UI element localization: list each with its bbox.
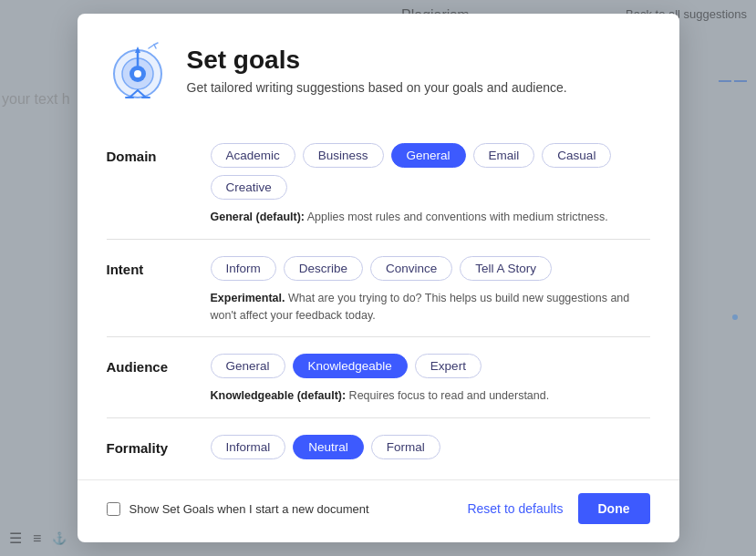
modal-subtitle: Get tailored writing suggestions based o… bbox=[187, 80, 567, 95]
modal-header: Set goals Get tailored writing suggestio… bbox=[78, 14, 679, 119]
audience-knowledgeable[interactable]: Knowledgeable bbox=[293, 354, 408, 378]
domain-business[interactable]: Business bbox=[303, 143, 384, 168]
domain-description: General (default): Applies most rules an… bbox=[211, 209, 650, 226]
domain-email[interactable]: Email bbox=[473, 143, 535, 168]
intent-pills: Inform Describe Convince Tell A Story bbox=[211, 256, 650, 281]
domain-pills: Academic Business General Email Casual C… bbox=[211, 143, 650, 200]
domain-section: Domain Academic Business General Email C… bbox=[107, 127, 650, 240]
formality-neutral[interactable]: Neutral bbox=[293, 435, 364, 459]
intent-desc-bold: Experimental. bbox=[211, 292, 285, 304]
domain-row: Domain Academic Business General Email C… bbox=[107, 143, 650, 226]
domain-casual[interactable]: Casual bbox=[542, 143, 611, 168]
reset-button[interactable]: Reset to defaults bbox=[467, 501, 563, 516]
modal-body: Domain Academic Business General Email C… bbox=[78, 119, 679, 479]
modal-footer: Show Set Goals when I start a new docume… bbox=[78, 479, 679, 542]
intent-convince[interactable]: Convince bbox=[370, 256, 452, 281]
domain-desc-text: Applies most rules and conventions with … bbox=[305, 211, 608, 223]
modal-title: Set goals bbox=[187, 46, 567, 75]
set-goals-modal: Set goals Get tailored writing suggestio… bbox=[78, 14, 679, 542]
domain-general[interactable]: General bbox=[391, 143, 466, 168]
domain-academic[interactable]: Academic bbox=[211, 143, 295, 168]
audience-expert[interactable]: Expert bbox=[415, 354, 482, 378]
target-icon bbox=[107, 39, 169, 101]
svg-line-8 bbox=[154, 43, 158, 45]
formality-row: Formality Informal Neutral Formal bbox=[107, 435, 650, 459]
domain-creative[interactable]: Creative bbox=[211, 175, 287, 200]
formality-informal[interactable]: Informal bbox=[211, 435, 286, 459]
formality-label: Formality bbox=[107, 435, 189, 456]
done-button[interactable]: Done bbox=[578, 493, 650, 524]
intent-inform[interactable]: Inform bbox=[211, 256, 276, 281]
intent-content: Inform Describe Convince Tell A Story Ex… bbox=[211, 256, 650, 324]
formality-pills: Informal Neutral Formal bbox=[211, 435, 650, 459]
intent-description: Experimental. What are you trying to do?… bbox=[211, 290, 650, 324]
modal-overlay: Set goals Get tailored writing suggestio… bbox=[0, 0, 756, 556]
domain-desc-bold: General (default): bbox=[211, 211, 306, 223]
show-goals-checkbox-label[interactable]: Show Set Goals when I start a new docume… bbox=[107, 502, 369, 516]
intent-label: Intent bbox=[107, 256, 189, 277]
domain-label: Domain bbox=[107, 143, 189, 164]
intent-section: Intent Inform Describe Convince Tell A S… bbox=[107, 240, 650, 338]
formality-content: Informal Neutral Formal bbox=[211, 435, 650, 459]
audience-pills: General Knowledgeable Expert bbox=[211, 354, 650, 378]
footer-actions: Reset to defaults Done bbox=[467, 493, 649, 524]
audience-content: General Knowledgeable Expert Knowledgeab… bbox=[211, 354, 650, 405]
formality-formal[interactable]: Formal bbox=[371, 435, 440, 459]
modal-title-block: Set goals Get tailored writing suggestio… bbox=[187, 46, 567, 95]
audience-row: Audience General Knowledgeable Expert Kn… bbox=[107, 354, 650, 405]
audience-label: Audience bbox=[107, 354, 189, 375]
audience-desc-text: Requires focus to read and understand. bbox=[346, 389, 549, 402]
intent-row: Intent Inform Describe Convince Tell A S… bbox=[107, 256, 650, 324]
svg-point-3 bbox=[134, 70, 141, 77]
formality-section: Formality Informal Neutral Formal bbox=[107, 418, 650, 472]
intent-tell-a-story[interactable]: Tell A Story bbox=[460, 256, 552, 281]
audience-section: Audience General Knowledgeable Expert Kn… bbox=[107, 337, 650, 418]
domain-content: Academic Business General Email Casual C… bbox=[211, 143, 650, 226]
audience-desc-bold: Knowledgeable (default): bbox=[211, 389, 347, 402]
intent-describe[interactable]: Describe bbox=[284, 256, 363, 281]
show-goals-checkbox[interactable] bbox=[107, 502, 120, 516]
audience-description: Knowledgeable (default): Requires focus … bbox=[211, 387, 650, 405]
audience-general[interactable]: General bbox=[211, 354, 285, 378]
svg-line-6 bbox=[149, 45, 154, 48]
checkbox-text: Show Set Goals when I start a new docume… bbox=[129, 502, 369, 516]
